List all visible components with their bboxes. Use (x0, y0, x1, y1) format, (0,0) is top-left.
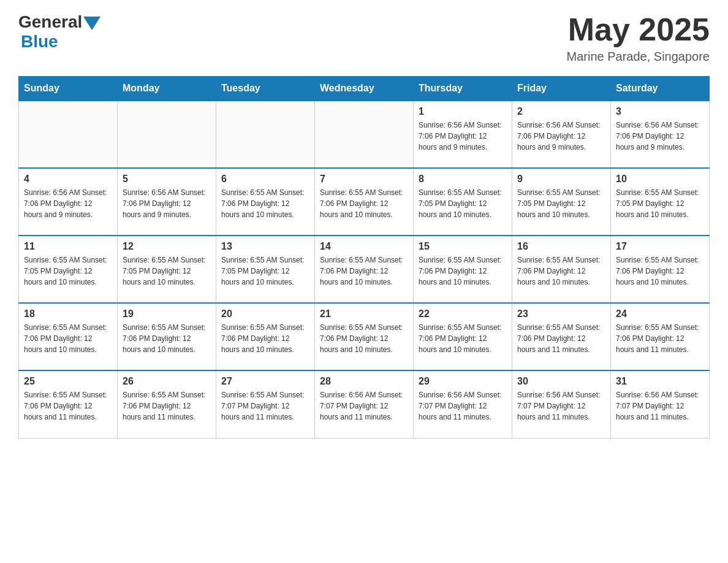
logo-general-text: General (18, 12, 82, 32)
day-info: Sunrise: 6:56 AM Sunset: 7:07 PM Dayligh… (616, 389, 704, 423)
day-number: 11 (24, 241, 112, 252)
day-info: Sunrise: 6:55 AM Sunset: 7:05 PM Dayligh… (616, 187, 704, 220)
day-number: 10 (616, 174, 704, 185)
day-number: 9 (517, 174, 605, 185)
calendar-cell: 31Sunrise: 6:56 AM Sunset: 7:07 PM Dayli… (611, 370, 710, 438)
day-info: Sunrise: 6:55 AM Sunset: 7:06 PM Dayligh… (419, 255, 507, 288)
day-info: Sunrise: 6:55 AM Sunset: 7:06 PM Dayligh… (320, 255, 408, 288)
day-info: Sunrise: 6:55 AM Sunset: 7:06 PM Dayligh… (24, 389, 112, 423)
day-info: Sunrise: 6:56 AM Sunset: 7:07 PM Dayligh… (320, 389, 408, 423)
calendar-cell: 9Sunrise: 6:55 AM Sunset: 7:05 PM Daylig… (512, 168, 611, 236)
logo: General Blue (18, 12, 100, 52)
calendar-cell: 22Sunrise: 6:55 AM Sunset: 7:06 PM Dayli… (414, 303, 512, 370)
day-info: Sunrise: 6:55 AM Sunset: 7:05 PM Dayligh… (517, 187, 605, 220)
day-info: Sunrise: 6:55 AM Sunset: 7:06 PM Dayligh… (221, 187, 309, 220)
day-info: Sunrise: 6:55 AM Sunset: 7:06 PM Dayligh… (616, 322, 704, 355)
day-info: Sunrise: 6:56 AM Sunset: 7:06 PM Dayligh… (123, 187, 211, 220)
day-info: Sunrise: 6:55 AM Sunset: 7:06 PM Dayligh… (24, 322, 112, 355)
calendar-cell (315, 101, 414, 168)
calendar-cell: 13Sunrise: 6:55 AM Sunset: 7:05 PM Dayli… (216, 236, 315, 303)
calendar-cell: 16Sunrise: 6:55 AM Sunset: 7:06 PM Dayli… (512, 236, 611, 303)
day-info: Sunrise: 6:55 AM Sunset: 7:05 PM Dayligh… (221, 255, 309, 288)
day-info: Sunrise: 6:55 AM Sunset: 7:06 PM Dayligh… (616, 255, 704, 288)
calendar-cell: 10Sunrise: 6:55 AM Sunset: 7:05 PM Dayli… (611, 168, 710, 236)
day-number: 23 (517, 308, 605, 320)
day-number: 18 (24, 308, 112, 320)
day-info: Sunrise: 6:55 AM Sunset: 7:07 PM Dayligh… (221, 389, 309, 423)
day-info: Sunrise: 6:55 AM Sunset: 7:06 PM Dayligh… (320, 187, 408, 220)
calendar-week-row: 4Sunrise: 6:56 AM Sunset: 7:06 PM Daylig… (19, 168, 710, 236)
calendar-week-row: 18Sunrise: 6:55 AM Sunset: 7:06 PM Dayli… (19, 303, 710, 370)
calendar-cell: 8Sunrise: 6:55 AM Sunset: 7:05 PM Daylig… (414, 168, 512, 236)
calendar-cell: 2Sunrise: 6:56 AM Sunset: 7:06 PM Daylig… (512, 101, 611, 168)
day-number: 20 (221, 308, 309, 320)
logo-triangle-icon (83, 17, 100, 30)
day-number: 24 (616, 308, 704, 320)
calendar-cell: 23Sunrise: 6:55 AM Sunset: 7:06 PM Dayli… (512, 303, 611, 370)
weekday-header-friday: Friday (512, 77, 611, 101)
calendar-cell: 30Sunrise: 6:56 AM Sunset: 7:07 PM Dayli… (512, 370, 611, 438)
day-info: Sunrise: 6:55 AM Sunset: 7:06 PM Dayligh… (419, 322, 507, 355)
calendar-cell: 24Sunrise: 6:55 AM Sunset: 7:06 PM Dayli… (611, 303, 710, 370)
day-number: 12 (123, 241, 211, 252)
calendar-week-row: 1Sunrise: 6:56 AM Sunset: 7:06 PM Daylig… (19, 101, 710, 168)
calendar-week-row: 11Sunrise: 6:55 AM Sunset: 7:05 PM Dayli… (19, 236, 710, 303)
calendar-cell (118, 101, 216, 168)
title-section: May 2025 Marine Parade, Singapore (567, 12, 710, 64)
location-text: Marine Parade, Singapore (567, 50, 710, 64)
weekday-header-row: SundayMondayTuesdayWednesdayThursdayFrid… (19, 77, 710, 101)
calendar-cell: 27Sunrise: 6:55 AM Sunset: 7:07 PM Dayli… (216, 370, 315, 438)
day-info: Sunrise: 6:56 AM Sunset: 7:07 PM Dayligh… (419, 389, 507, 423)
day-info: Sunrise: 6:55 AM Sunset: 7:06 PM Dayligh… (123, 322, 211, 355)
day-number: 14 (320, 241, 408, 252)
calendar-cell: 11Sunrise: 6:55 AM Sunset: 7:05 PM Dayli… (19, 236, 118, 303)
day-number: 2 (517, 106, 605, 117)
day-number: 15 (419, 241, 507, 252)
day-info: Sunrise: 6:55 AM Sunset: 7:06 PM Dayligh… (517, 322, 605, 355)
weekday-header-sunday: Sunday (19, 77, 118, 101)
day-number: 13 (221, 241, 309, 252)
calendar-cell: 25Sunrise: 6:55 AM Sunset: 7:06 PM Dayli… (19, 370, 118, 438)
weekday-header-wednesday: Wednesday (315, 77, 414, 101)
day-number: 3 (616, 106, 704, 117)
day-info: Sunrise: 6:56 AM Sunset: 7:06 PM Dayligh… (24, 187, 112, 220)
calendar-cell: 14Sunrise: 6:55 AM Sunset: 7:06 PM Dayli… (315, 236, 414, 303)
day-info: Sunrise: 6:55 AM Sunset: 7:06 PM Dayligh… (221, 322, 309, 355)
day-info: Sunrise: 6:55 AM Sunset: 7:06 PM Dayligh… (123, 389, 211, 423)
calendar-table: SundayMondayTuesdayWednesdayThursdayFrid… (18, 76, 710, 439)
day-info: Sunrise: 6:55 AM Sunset: 7:06 PM Dayligh… (320, 322, 408, 355)
calendar-cell: 17Sunrise: 6:55 AM Sunset: 7:06 PM Dayli… (611, 236, 710, 303)
day-number: 27 (221, 376, 309, 387)
day-number: 28 (320, 376, 408, 387)
weekday-header-tuesday: Tuesday (216, 77, 315, 101)
calendar-cell: 26Sunrise: 6:55 AM Sunset: 7:06 PM Dayli… (118, 370, 216, 438)
calendar-cell: 18Sunrise: 6:55 AM Sunset: 7:06 PM Dayli… (19, 303, 118, 370)
day-number: 16 (517, 241, 605, 252)
day-info: Sunrise: 6:55 AM Sunset: 7:06 PM Dayligh… (517, 255, 605, 288)
day-info: Sunrise: 6:56 AM Sunset: 7:06 PM Dayligh… (517, 120, 605, 153)
day-info: Sunrise: 6:55 AM Sunset: 7:05 PM Dayligh… (419, 187, 507, 220)
day-number: 22 (419, 308, 507, 320)
day-info: Sunrise: 6:56 AM Sunset: 7:06 PM Dayligh… (616, 120, 704, 153)
weekday-header-thursday: Thursday (414, 77, 512, 101)
calendar-cell: 12Sunrise: 6:55 AM Sunset: 7:05 PM Dayli… (118, 236, 216, 303)
calendar-cell: 15Sunrise: 6:55 AM Sunset: 7:06 PM Dayli… (414, 236, 512, 303)
calendar-cell: 29Sunrise: 6:56 AM Sunset: 7:07 PM Dayli… (414, 370, 512, 438)
calendar-cell: 20Sunrise: 6:55 AM Sunset: 7:06 PM Dayli… (216, 303, 315, 370)
calendar-cell: 5Sunrise: 6:56 AM Sunset: 7:06 PM Daylig… (118, 168, 216, 236)
calendar-cell (216, 101, 315, 168)
day-number: 21 (320, 308, 408, 320)
day-number: 1 (419, 106, 507, 117)
day-number: 31 (616, 376, 704, 387)
calendar-cell: 4Sunrise: 6:56 AM Sunset: 7:06 PM Daylig… (19, 168, 118, 236)
day-number: 29 (419, 376, 507, 387)
day-number: 30 (517, 376, 605, 387)
day-number: 17 (616, 241, 704, 252)
weekday-header-saturday: Saturday (611, 77, 710, 101)
logo-blue-text: Blue (21, 32, 58, 52)
calendar-cell: 1Sunrise: 6:56 AM Sunset: 7:06 PM Daylig… (414, 101, 512, 168)
calendar-cell: 28Sunrise: 6:56 AM Sunset: 7:07 PM Dayli… (315, 370, 414, 438)
calendar-week-row: 25Sunrise: 6:55 AM Sunset: 7:06 PM Dayli… (19, 370, 710, 438)
day-number: 25 (24, 376, 112, 387)
calendar-cell: 7Sunrise: 6:55 AM Sunset: 7:06 PM Daylig… (315, 168, 414, 236)
